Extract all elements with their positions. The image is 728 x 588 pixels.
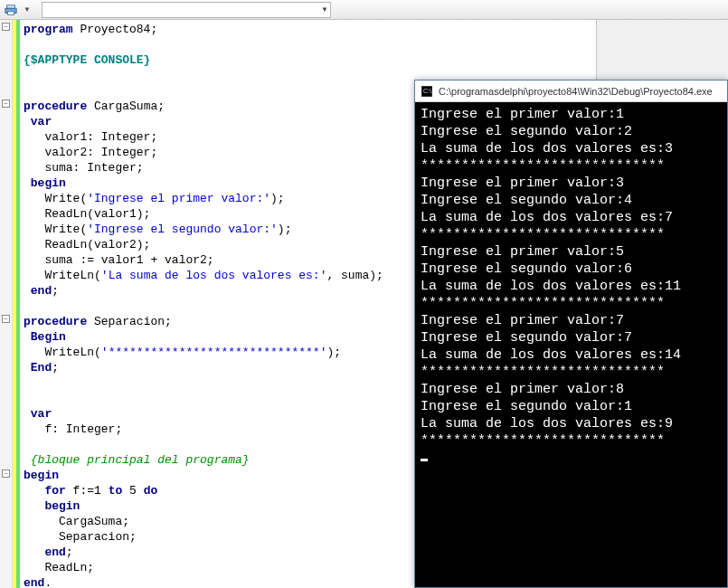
out-line: Ingrese el segundo valor:1 <box>421 399 632 414</box>
printer-icon[interactable] <box>4 3 18 17</box>
compiler-directive: {$APPTYPE CONSOLE} <box>24 53 150 67</box>
console-cursor <box>421 459 428 461</box>
fold-marker[interactable]: − <box>2 100 10 108</box>
out-line: Ingrese el primer valor:7 <box>421 313 624 328</box>
out-line: ****************************** <box>421 433 665 449</box>
toolbar-combo[interactable]: ▼ <box>42 2 331 18</box>
kw-program: program <box>24 23 73 36</box>
console-title: C:\programasdelphi\proyecto84\Win32\Debu… <box>439 86 722 97</box>
out-line: La suma de los dos valores es:7 <box>421 210 673 225</box>
out-line: Ingrese el primer valor:1 <box>421 107 624 122</box>
out-line: Ingrese el segundo valor:4 <box>421 193 632 208</box>
out-line: Ingrese el segundo valor:7 <box>421 330 632 346</box>
toolbar: ▼ ▼ <box>0 0 728 20</box>
out-line: ****************************** <box>421 296 665 311</box>
out-line: Ingrese el segundo valor:6 <box>421 261 632 277</box>
console-output: Ingrese el primer valor:1 Ingrese el seg… <box>415 102 727 587</box>
out-line: La suma de los dos valores es:9 <box>421 416 673 432</box>
console-window[interactable]: C:\ C:\programasdelphi\proyecto84\Win32\… <box>414 80 728 588</box>
fold-gutter: − − − − <box>0 20 13 588</box>
out-line: ****************************** <box>421 158 665 174</box>
out-line: La suma de los dos valores es:3 <box>421 141 673 156</box>
out-line: ****************************** <box>421 227 665 242</box>
console-titlebar[interactable]: C:\ C:\programasdelphi\proyecto84\Win32\… <box>415 81 727 102</box>
out-line: ****************************** <box>421 365 665 380</box>
out-line: Ingrese el primer valor:5 <box>421 244 624 260</box>
printer-dropdown-arrow[interactable]: ▼ <box>22 5 33 14</box>
out-line: Ingrese el primer valor:3 <box>421 175 624 191</box>
fold-marker[interactable]: − <box>2 469 10 478</box>
console-icon: C:\ <box>421 85 433 98</box>
fold-marker[interactable]: − <box>2 23 10 31</box>
svg-rect-2 <box>8 11 14 14</box>
out-line: Ingrese el segundo valor:2 <box>421 124 632 139</box>
out-line: La suma de los dos valores es:11 <box>421 279 681 294</box>
chevron-down-icon: ▼ <box>321 5 328 14</box>
svg-rect-0 <box>7 5 15 8</box>
fold-marker[interactable]: − <box>2 315 10 323</box>
out-line: Ingrese el primer valor:8 <box>421 382 624 397</box>
out-line: La suma de los dos valores es:14 <box>421 347 681 363</box>
svg-text:C:\: C:\ <box>423 88 431 94</box>
comment: {bloque principal del programa} <box>24 453 250 467</box>
